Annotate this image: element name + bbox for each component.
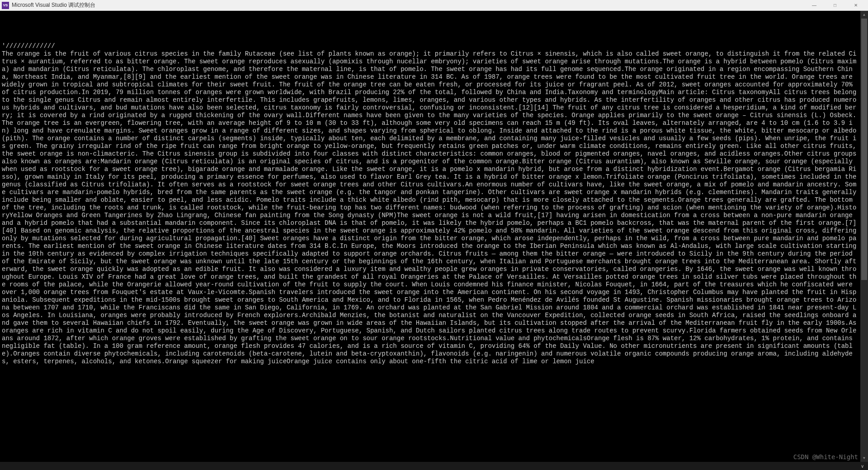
console-output: '/////////////The orange is the fruit of… [2, 27, 866, 381]
maximize-button[interactable]: □ [825, 0, 845, 11]
vertical-scrollbar[interactable]: ▲ ▼ [860, 11, 868, 462]
console-header-line: '///////////// [2, 43, 858, 50]
console-area[interactable]: '/////////////The orange is the fruit of… [0, 11, 868, 462]
minimize-button[interactable]: — [804, 0, 825, 11]
watermark-text: CSDN @White-Night [793, 453, 858, 461]
close-button[interactable]: ✕ [845, 0, 866, 11]
window-titlebar: VS Microsoft Visual Studio 调试控制台 — □ ✕ [0, 0, 868, 11]
console-body-text: The orange is the fruit of various citru… [2, 50, 858, 366]
scroll-up-arrow[interactable]: ▲ [860, 11, 868, 19]
tray-chevron-icon[interactable]: ∨ [859, 463, 865, 469]
app-icon: VS [2, 2, 9, 9]
scroll-track[interactable] [860, 19, 868, 454]
scroll-thumb[interactable] [861, 19, 867, 280]
taskbar: ∨ [0, 462, 868, 470]
window-title: Microsoft Visual Studio 调试控制台 [12, 1, 95, 9]
window-controls: — □ ✕ [804, 0, 866, 11]
scroll-down-arrow[interactable]: ▼ [860, 454, 868, 462]
